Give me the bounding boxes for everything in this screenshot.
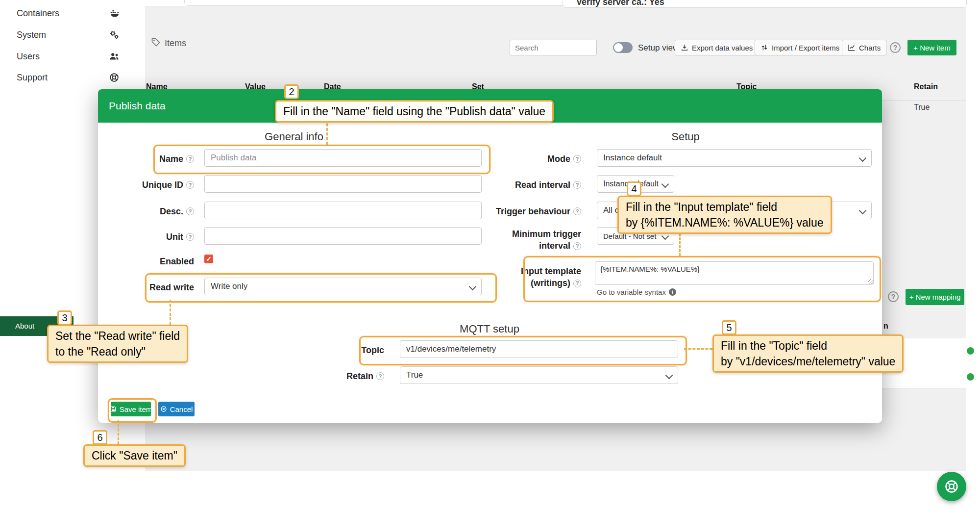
items-tag-icon bbox=[151, 37, 161, 47]
chevron-down-icon bbox=[662, 180, 669, 188]
info-icon[interactable]: ? bbox=[573, 242, 581, 250]
trigger-behaviour-label: Trigger behaviour? bbox=[490, 205, 581, 217]
setup-view-toggle[interactable] bbox=[613, 42, 633, 53]
connector-4 bbox=[679, 233, 681, 256]
save-item-button[interactable]: Save item bbox=[111, 402, 151, 416]
input-template-label: Input template (writings)? bbox=[510, 265, 581, 289]
cancel-button[interactable]: Cancel bbox=[158, 402, 195, 416]
floating-support-button[interactable] bbox=[937, 472, 966, 501]
unique-id-field[interactable] bbox=[204, 175, 482, 193]
variable-syntax-label: Go to variable syntax bbox=[597, 288, 666, 296]
info-icon[interactable]: ? bbox=[573, 155, 581, 163]
input-template-field[interactable]: {%ITEM.NAME%: %VALUE%} bbox=[595, 261, 874, 285]
mode-select[interactable]: Instance default bbox=[597, 149, 872, 167]
unit-label: Unit? bbox=[121, 231, 194, 243]
connector-3 bbox=[170, 300, 171, 325]
step-badge-2: 2 bbox=[284, 84, 299, 99]
new-item-button[interactable]: + New item bbox=[907, 40, 956, 55]
retain-select[interactable]: True bbox=[400, 366, 678, 384]
step-badge-5: 5 bbox=[722, 320, 736, 335]
cancel-label: Cancel bbox=[170, 405, 193, 413]
section-mqtt-setup: MQTT setup bbox=[392, 323, 588, 335]
section-general-info: General info bbox=[196, 130, 392, 143]
topic-field[interactable] bbox=[400, 340, 678, 358]
callout-line: Fill in the "Topic" field bbox=[721, 338, 895, 354]
read-write-value: Write only bbox=[211, 282, 247, 291]
enabled-label: Enabled bbox=[121, 256, 194, 267]
step-badge-3: 3 bbox=[57, 310, 72, 325]
info-icon[interactable]: ? bbox=[573, 181, 581, 189]
charts-button[interactable]: Charts bbox=[842, 40, 886, 55]
mode-label: Mode? bbox=[490, 153, 581, 165]
info-icon: i bbox=[669, 288, 676, 296]
screen: Verify server ca.: Yes Containers System… bbox=[0, 0, 980, 512]
chevron-down-icon bbox=[859, 207, 867, 215]
export-data-values-button[interactable]: Export data values bbox=[675, 40, 759, 55]
info-icon[interactable]: ? bbox=[573, 207, 581, 215]
callout-step-3: Set the "Read write" field to the "Read … bbox=[47, 325, 188, 363]
enabled-checkbox[interactable]: ✓ bbox=[204, 255, 213, 263]
callout-step-6: Click "Save item" bbox=[83, 444, 186, 467]
callout-line: Fill in the "Input template" field bbox=[626, 199, 824, 215]
clipped-column-header: n bbox=[883, 322, 888, 331]
desc-field[interactable] bbox=[204, 202, 482, 219]
items-panel-title: Items bbox=[165, 38, 186, 49]
read-write-select[interactable]: Write only bbox=[204, 278, 482, 295]
step-badge-4: 4 bbox=[627, 181, 641, 196]
info-icon[interactable]: ? bbox=[376, 372, 384, 380]
callout-step-5: Fill in the "Topic" field by "v1/devices… bbox=[712, 334, 904, 373]
lifebuoy-icon bbox=[944, 479, 959, 494]
new-mapping-button[interactable]: + New mapping bbox=[906, 289, 964, 305]
chevron-down-icon bbox=[859, 154, 867, 162]
users-icon bbox=[109, 51, 120, 62]
sidebar-item-system[interactable]: System bbox=[17, 30, 46, 40]
gears-icon bbox=[109, 29, 120, 40]
callout-line: by "v1/devices/me/telemetry" value bbox=[721, 354, 895, 369]
info-icon[interactable]: ? bbox=[573, 280, 581, 287]
retain-label: Retain? bbox=[318, 370, 384, 382]
resize-grip[interactable] bbox=[868, 279, 873, 284]
status-dot-green bbox=[967, 373, 974, 381]
cancel-icon bbox=[160, 406, 167, 412]
docker-icon bbox=[109, 8, 120, 19]
modal-title: Publish data bbox=[109, 100, 166, 111]
sidebar-item-containers[interactable]: Containers bbox=[17, 8, 59, 19]
mappings-help-icon[interactable]: ? bbox=[888, 291, 899, 302]
info-icon[interactable]: ? bbox=[186, 155, 194, 163]
download-icon bbox=[681, 44, 688, 51]
read-write-label: Read write bbox=[121, 282, 194, 293]
callout-line: to the "Read only" bbox=[55, 344, 180, 359]
retain-value: True bbox=[406, 370, 423, 380]
setup-view-label: Setup view bbox=[638, 43, 679, 53]
chevron-down-icon bbox=[469, 283, 477, 291]
sidebar-item-users[interactable]: Users bbox=[17, 51, 40, 62]
info-icon[interactable]: ? bbox=[186, 181, 194, 189]
name-field[interactable] bbox=[204, 149, 482, 167]
lifebuoy-icon bbox=[109, 72, 120, 83]
search-input[interactable] bbox=[510, 40, 597, 55]
info-icon[interactable]: ? bbox=[186, 207, 194, 215]
chart-icon bbox=[848, 44, 856, 51]
desc-label: Desc.? bbox=[121, 205, 194, 217]
import-export-items-button[interactable]: Import / Export items bbox=[755, 40, 845, 55]
minimum-trigger-interval-label: Minimum trigger interval? bbox=[490, 228, 581, 252]
items-help-icon[interactable]: ? bbox=[890, 42, 901, 53]
unique-id-label: Unique ID? bbox=[121, 179, 194, 191]
chevron-down-icon bbox=[665, 372, 673, 380]
variable-syntax-link[interactable]: Go to variable syntax i bbox=[597, 288, 676, 296]
unit-field[interactable] bbox=[204, 227, 482, 245]
sidebar-item-support[interactable]: Support bbox=[17, 73, 48, 83]
import-export-button-label: Import / Export items bbox=[772, 44, 839, 52]
info-icon[interactable]: ? bbox=[186, 233, 194, 241]
callout-line: by {%ITEM.NAME%: %VALUE%} value bbox=[626, 215, 824, 230]
status-dot-green bbox=[967, 347, 974, 355]
export-button-label: Export data values bbox=[692, 44, 753, 52]
table-cell-retain: True bbox=[914, 103, 930, 112]
save-item-label: Save item bbox=[120, 405, 152, 413]
import-export-icon bbox=[760, 44, 768, 51]
callout-line: Set the "Read write" field bbox=[55, 328, 180, 344]
mode-value: Instance default bbox=[603, 153, 662, 163]
read-interval-label: Read interval? bbox=[490, 179, 581, 191]
name-label: Name? bbox=[121, 153, 194, 165]
toggle-knob bbox=[614, 43, 623, 52]
